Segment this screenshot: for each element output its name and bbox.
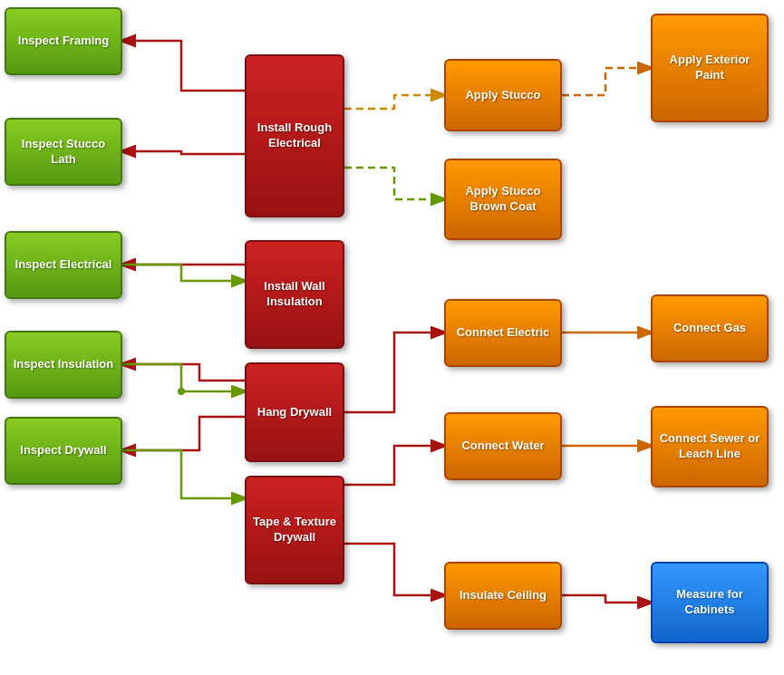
insulate-ceiling-node[interactable]: Insulate Ceiling [444,562,562,630]
connect-water-node[interactable]: Connect Water [444,412,562,480]
measure-cabinets-node[interactable]: Measure for Cabinets [651,562,769,643]
apply-stucco-node[interactable]: Apply Stucco [444,59,562,131]
install-rough-electrical-node[interactable]: Install Rough Electrical [245,54,344,217]
apply-stucco-brown-node[interactable]: Apply Stucco Brown Coat [444,159,562,240]
inspect-electrical-node[interactable]: Inspect Electrical [5,231,122,299]
inspect-framing-node[interactable]: Inspect Framing [5,7,122,75]
connect-electric-node[interactable]: Connect Electric [444,299,562,367]
inspect-stucco-lath-node[interactable]: Inspect Stucco Lath [5,118,122,186]
connect-sewer-node[interactable]: Connect Sewer or Leach Line [651,406,769,487]
connect-gas-node[interactable]: Connect Gas [651,294,769,362]
svg-point-0 [178,388,185,395]
inspect-drywall-node[interactable]: Inspect Drywall [5,417,122,485]
tape-texture-drywall-node[interactable]: Tape & Texture Drywall [245,476,344,584]
install-wall-insulation-node[interactable]: Install Wall Insulation [245,240,344,349]
apply-exterior-paint-node[interactable]: Apply Exterior Paint [651,14,769,122]
inspect-insulation-node[interactable]: Inspect Insulation [5,331,122,399]
hang-drywall-node[interactable]: Hang Drywall [245,362,344,462]
diagram: Inspect Framing Inspect Stucco Lath Insp… [0,0,784,675]
